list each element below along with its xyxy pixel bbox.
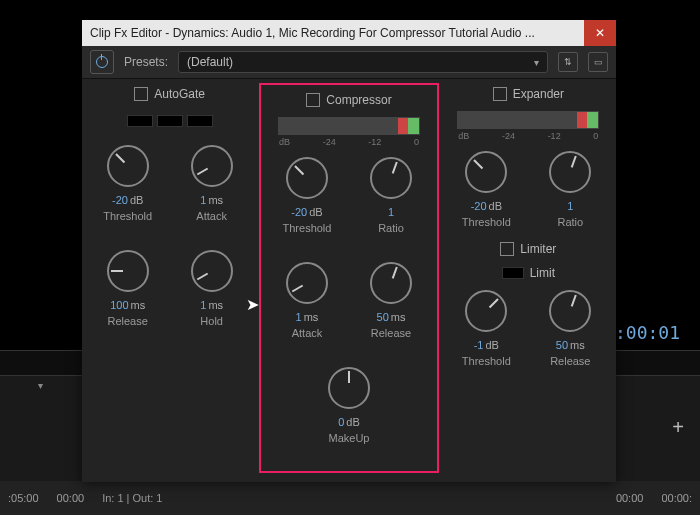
compressor-makeup-label: MakeUp: [329, 432, 370, 444]
compressor-release-label: Release: [371, 327, 411, 339]
preset-dropdown[interactable]: (Default) ▾: [178, 51, 548, 73]
compressor-meter: [278, 117, 420, 135]
autogate-threshold-label: Threshold: [103, 210, 152, 222]
expander-title: Expander: [513, 87, 564, 101]
chevron-down-icon: ▾: [534, 57, 539, 68]
autogate-toggle[interactable]: AutoGate: [134, 87, 205, 101]
autogate-hold-val: 1: [200, 299, 206, 311]
limiter-indicator: Limit: [502, 266, 555, 280]
preset-save-button[interactable]: ⇅: [558, 52, 578, 72]
autogate-release-val: 100: [110, 299, 128, 311]
compressor-threshold-label: Threshold: [283, 222, 332, 234]
power-icon: [96, 56, 108, 68]
close-button[interactable]: ✕: [584, 20, 616, 46]
right-column: Expander dB-24-120 -20dBThreshold 1Ratio…: [441, 79, 616, 483]
limit-label: Limit: [530, 266, 555, 280]
compressor-ratio-val: 1: [388, 206, 394, 218]
toolbar: Presets: (Default) ▾ ⇅ ▭: [82, 46, 616, 79]
autogate-hold-label: Hold: [200, 315, 223, 327]
power-toggle[interactable]: [90, 50, 114, 74]
compressor-attack-label: Attack: [292, 327, 323, 339]
expander-toggle[interactable]: Expander: [493, 87, 564, 101]
expander-threshold-label: Threshold: [462, 216, 511, 228]
titlebar[interactable]: Clip Fx Editor - Dynamics: Audio 1, Mic …: [82, 20, 616, 46]
compressor-title: Compressor: [326, 93, 391, 107]
compressor-ratio-knob[interactable]: [370, 157, 412, 199]
checkbox-icon: [134, 87, 148, 101]
compressor-attack-val: 1: [296, 311, 302, 323]
compressor-makeup-knob[interactable]: [328, 367, 370, 409]
autogate-hold-knob[interactable]: [191, 250, 233, 292]
trash-icon: ▭: [594, 57, 603, 67]
expander-meter: [457, 111, 599, 129]
autogate-threshold-val: -20: [112, 194, 128, 206]
preset-delete-button[interactable]: ▭: [588, 52, 608, 72]
expander-ratio-label: Ratio: [557, 216, 583, 228]
in-out-status: In: 1 | Out: 1: [102, 492, 162, 504]
autogate-section: AutoGate -20dBThreshold 1msAttack 100msR…: [82, 79, 257, 483]
compressor-threshold-val: -20: [291, 206, 307, 218]
expander-scale: dB-24-120: [458, 131, 598, 141]
limiter-toggle[interactable]: Limiter: [500, 242, 556, 256]
limiter-release-val: 50: [556, 339, 568, 351]
limiter-release-label: Release: [550, 355, 590, 367]
ruler-marker-icon: ▾: [38, 380, 43, 391]
gate-indicator: [127, 115, 213, 127]
compressor-scale: dB-24-120: [279, 137, 419, 147]
compressor-section: Compressor dB-24-120 -20dBThreshold 1Rat…: [259, 83, 438, 473]
compressor-release-val: 50: [377, 311, 389, 323]
expander-ratio-val: 1: [567, 200, 573, 212]
checkbox-icon: [493, 87, 507, 101]
tick-left-1: :05:00: [8, 492, 39, 504]
preset-value: (Default): [187, 55, 233, 69]
tick-right-1: 00:00: [616, 492, 644, 504]
limiter-threshold-knob[interactable]: [465, 290, 507, 332]
arrows-icon: ⇅: [564, 57, 572, 67]
autogate-attack-label: Attack: [196, 210, 227, 222]
tick-right-2: 00:00:: [661, 492, 692, 504]
zoom-in-button[interactable]: +: [672, 416, 684, 439]
compressor-makeup-val: 0: [338, 416, 344, 428]
autogate-title: AutoGate: [154, 87, 205, 101]
expander-ratio-knob[interactable]: [549, 151, 591, 193]
compressor-release-knob[interactable]: [370, 262, 412, 304]
presets-label: Presets:: [124, 55, 168, 69]
status-bar: :05:00 00:00 In: 1 | Out: 1 00:00 00:00:: [0, 481, 700, 515]
compressor-toggle[interactable]: Compressor: [306, 93, 391, 107]
autogate-attack-knob[interactable]: [191, 145, 233, 187]
fx-editor-window: Clip Fx Editor - Dynamics: Audio 1, Mic …: [82, 20, 616, 482]
autogate-threshold-knob[interactable]: [107, 145, 149, 187]
limiter-release-knob[interactable]: [549, 290, 591, 332]
autogate-release-knob[interactable]: [107, 250, 149, 292]
close-icon: ✕: [595, 26, 605, 40]
autogate-release-label: Release: [107, 315, 147, 327]
limiter-threshold-val: -1: [474, 339, 484, 351]
compressor-attack-knob[interactable]: [286, 262, 328, 304]
window-title: Clip Fx Editor - Dynamics: Audio 1, Mic …: [90, 26, 584, 40]
expander-threshold-knob[interactable]: [465, 151, 507, 193]
compressor-threshold-knob[interactable]: [286, 157, 328, 199]
compressor-ratio-label: Ratio: [378, 222, 404, 234]
tick-left-2: 00:00: [57, 492, 85, 504]
checkbox-icon: [500, 242, 514, 256]
limiter-threshold-label: Threshold: [462, 355, 511, 367]
checkbox-icon: [306, 93, 320, 107]
expander-threshold-val: -20: [471, 200, 487, 212]
limiter-title: Limiter: [520, 242, 556, 256]
autogate-attack-val: 1: [200, 194, 206, 206]
